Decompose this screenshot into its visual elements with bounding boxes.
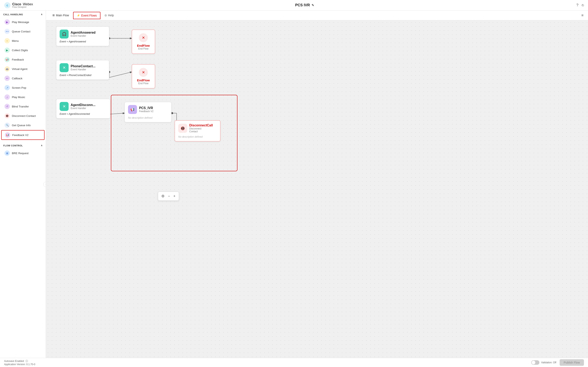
end-flow-2-node[interactable]: ✕ EndFlow End Flow	[132, 64, 155, 89]
header-actions: ? ⎋	[576, 3, 584, 7]
event-flows-tab-icon: ⚡	[77, 14, 80, 17]
sidebar-item-get-queue-info[interactable]: 🔍 Get Queue Info	[1, 121, 44, 130]
agent-answered-node[interactable]: 🎧 AgentAnswered Event Handler Event = Ag…	[56, 26, 109, 46]
sidebar-item-feedback[interactable]: 📢 Feedback	[1, 55, 44, 64]
sidebar-item-screen-pop[interactable]: ↗ Screen Pop	[1, 83, 44, 92]
validation-toggle-switch[interactable]	[531, 360, 539, 365]
autosave-status: Autosave Enabled ⓘ	[4, 359, 35, 363]
logo-cisco-text: Cisco	[12, 2, 21, 6]
sidebar-item-label: Disconnect Contact	[12, 114, 36, 117]
sidebar-item-label: Callback	[12, 77, 22, 80]
sidebar-item-label: Get Queue Info	[12, 124, 31, 127]
disconnect-call-node-icon: 📵	[178, 124, 187, 133]
flow-control-chevron: ∧	[41, 144, 43, 147]
sidebar-item-queue-contact[interactable]: ✕✕ Queue Contact	[1, 27, 44, 36]
play-message-icon: ▶	[4, 19, 10, 25]
sidebar-item-collect-digits[interactable]: ▶ Collect Digits	[1, 46, 44, 55]
canvas-settings-button[interactable]: ⚙	[160, 193, 166, 199]
call-handling-chevron: ∧	[41, 13, 43, 16]
svg-line-8	[109, 113, 125, 114]
agent-disconnected-node-icon: ✕	[60, 102, 69, 111]
main-layout: CALL HANDLING ∧ ▶ Play Message ✕✕ Queue …	[0, 11, 588, 358]
app-header: C Cisco Webex Flow Designer PCS IVR ✎ ? …	[0, 0, 588, 11]
collapse-sidebar-button[interactable]: ‹	[43, 182, 46, 187]
agent-disconnected-subtitle: Event Handler	[71, 107, 95, 110]
callback-icon: ↩	[4, 76, 10, 81]
help-tab-icon: ◎	[104, 14, 107, 17]
validation-label: Validation: Off	[541, 361, 556, 364]
agent-answered-subtitle: Event Handler	[71, 34, 95, 37]
feedback-v2-icon: 📢	[5, 132, 10, 138]
logout-button[interactable]: ⎋	[582, 3, 584, 7]
status-bar: Autosave Enabled ⓘ Application Version: …	[0, 358, 588, 367]
sidebar-item-label: Blind Transfer	[12, 105, 29, 108]
logout-icon: ⎋	[582, 3, 584, 7]
agent-disconnected-node[interactable]: ✕ AgentDisconn... Event Handler Event = …	[56, 99, 110, 118]
sidebar-item-feedback-v2[interactable]: 📢 Feedback V2	[1, 130, 44, 140]
agent-answered-event: Event = AgentAnswered	[56, 40, 109, 46]
canvas-zoom-out-button[interactable]: −	[167, 193, 171, 199]
phone-contact-event: Event = PhoneContactEnded	[56, 74, 109, 80]
agent-disconnected-title: AgentDisconn...	[71, 103, 95, 107]
publish-flow-button[interactable]: Publish Flow	[560, 359, 584, 366]
flow-control-header[interactable]: FLOW CONTROL ∧	[0, 142, 46, 149]
tab-main-flow[interactable]: ⊞ Main Flow	[49, 12, 72, 19]
call-handling-header[interactable]: CALL HANDLING ∧	[0, 11, 46, 17]
cisco-logo-icon: C	[4, 2, 11, 8]
sidebar-item-label: Feedback V2	[12, 133, 29, 137]
sidebar-item-play-message[interactable]: ▶ Play Message	[1, 17, 44, 26]
sidebar-item-virtual-agent[interactable]: 🤖 Virtual Agent	[1, 64, 44, 73]
agent-answered-node-icon: 🎧	[60, 30, 69, 39]
end-flow-1-icon: ✕	[139, 33, 148, 42]
blind-transfer-icon: ↺	[4, 104, 10, 109]
bre-request-icon: ▦	[4, 150, 10, 156]
validation-toggle[interactable]: Validation: Off	[531, 360, 556, 365]
sidebar: CALL HANDLING ∧ ▶ Play Message ✕✕ Queue …	[0, 11, 46, 358]
get-queue-info-icon: 🔍	[4, 123, 10, 128]
canvas[interactable]: 🎧 AgentAnswered Event Handler Event = Ag…	[46, 20, 588, 358]
call-handling-label: CALL HANDLING	[3, 13, 23, 16]
end-flow-1-node[interactable]: ✕ EndFlow End Flow	[132, 30, 155, 54]
help-tab-label: Help	[108, 14, 114, 17]
disconnect-contact-icon: 📵	[4, 113, 10, 118]
autosave-info-icon: ⓘ	[26, 360, 28, 363]
status-right: Validation: Off Publish Flow	[531, 359, 584, 366]
event-flows-tab-label: Event Flows	[81, 14, 97, 17]
sidebar-item-menu[interactable]: ≡ Menu	[1, 36, 44, 45]
phone-contact-node[interactable]: ✕ PhoneContact... Event Handler Event = …	[56, 60, 109, 80]
end-flow-1-subtitle: End Flow	[137, 47, 150, 50]
phone-contact-node-icon: ✕	[60, 63, 69, 72]
status-left: Autosave Enabled ⓘ Application Version: …	[4, 359, 35, 366]
sidebar-item-blind-transfer[interactable]: ↺ Blind Transfer	[1, 102, 44, 111]
disconnect-call-node[interactable]: 📵 DisconnectCall DisconnectContact No de…	[174, 120, 221, 142]
tabs-bar: ⊞ Main Flow ⚡ Event Flows ◎ Help ≡	[46, 11, 588, 20]
edit-icon[interactable]: ✎	[311, 3, 314, 7]
end-flow-2-icon: ✕	[139, 68, 148, 77]
tab-help[interactable]: ◎ Help	[101, 12, 117, 19]
autosave-text: Autosave Enabled	[4, 360, 24, 363]
pcs-ivr-desc: No description defined	[125, 116, 171, 122]
canvas-zoom-in-button[interactable]: +	[172, 193, 177, 199]
sidebar-item-bre-request[interactable]: ▦ BRE Request	[1, 149, 44, 158]
pcs-ivr-node[interactable]: 📢 PCS_IVR Feedback V2 No description def…	[125, 102, 172, 122]
sidebar-item-label: Feedback	[12, 58, 24, 61]
agent-answered-title: AgentAnswered	[71, 31, 95, 34]
sidebar-item-callback[interactable]: ↩ Callback	[1, 74, 44, 83]
canvas-toolbar: ⚙ − +	[158, 192, 179, 201]
hamburger-button[interactable]: ≡	[580, 12, 585, 19]
content-area: ⊞ Main Flow ⚡ Event Flows ◎ Help ≡	[46, 11, 588, 358]
sidebar-item-label: Menu	[12, 39, 19, 42]
pcs-ivr-title: PCS_IVR	[139, 106, 154, 110]
phone-contact-subtitle: Event Handler	[71, 68, 95, 71]
pcs-ivr-subtitle: Feedback V2	[139, 110, 154, 113]
tab-event-flows[interactable]: ⚡ Event Flows	[73, 12, 100, 19]
sidebar-item-label: Play Music	[12, 96, 25, 99]
collect-digits-icon: ▶	[4, 48, 10, 53]
end-flow-1-title: EndFlow	[137, 44, 150, 47]
help-button[interactable]: ?	[576, 3, 579, 7]
agent-disconnected-event: Event = AgentDisconnected	[56, 113, 110, 118]
play-music-icon: ♪	[4, 94, 10, 100]
sidebar-item-play-music[interactable]: ♪ Play Music	[1, 92, 44, 101]
sidebar-item-disconnect-contact[interactable]: 📵 Disconnect Contact	[1, 111, 44, 120]
flow-control-label: FLOW CONTROL	[3, 144, 23, 147]
